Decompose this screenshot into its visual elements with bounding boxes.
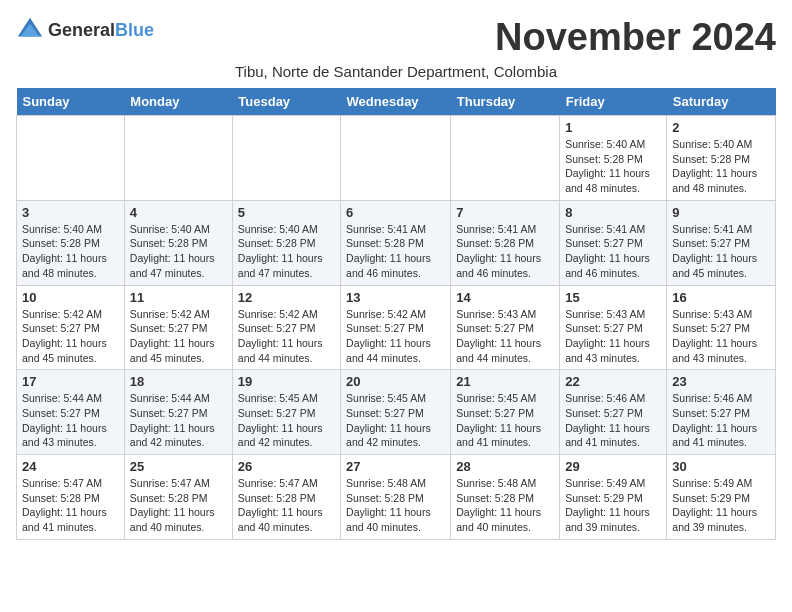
day-detail: Sunrise: 5:49 AM Sunset: 5:29 PM Dayligh…	[672, 476, 770, 535]
calendar-cell: 8Sunrise: 5:41 AM Sunset: 5:27 PM Daylig…	[560, 200, 667, 285]
day-number: 17	[22, 374, 119, 389]
day-detail: Sunrise: 5:42 AM Sunset: 5:27 PM Dayligh…	[130, 307, 227, 366]
calendar-cell: 12Sunrise: 5:42 AM Sunset: 5:27 PM Dayli…	[232, 285, 340, 370]
calendar-cell	[232, 116, 340, 201]
day-number: 7	[456, 205, 554, 220]
day-number: 5	[238, 205, 335, 220]
calendar-week-row: 10Sunrise: 5:42 AM Sunset: 5:27 PM Dayli…	[17, 285, 776, 370]
weekday-header: Monday	[124, 88, 232, 116]
day-detail: Sunrise: 5:42 AM Sunset: 5:27 PM Dayligh…	[346, 307, 445, 366]
calendar-cell: 17Sunrise: 5:44 AM Sunset: 5:27 PM Dayli…	[17, 370, 125, 455]
day-number: 28	[456, 459, 554, 474]
calendar-cell	[451, 116, 560, 201]
calendar-table: SundayMondayTuesdayWednesdayThursdayFrid…	[16, 88, 776, 540]
day-number: 21	[456, 374, 554, 389]
day-detail: Sunrise: 5:42 AM Sunset: 5:27 PM Dayligh…	[22, 307, 119, 366]
calendar-cell: 15Sunrise: 5:43 AM Sunset: 5:27 PM Dayli…	[560, 285, 667, 370]
calendar-week-row: 24Sunrise: 5:47 AM Sunset: 5:28 PM Dayli…	[17, 455, 776, 540]
calendar-week-row: 1Sunrise: 5:40 AM Sunset: 5:28 PM Daylig…	[17, 116, 776, 201]
day-number: 23	[672, 374, 770, 389]
day-detail: Sunrise: 5:41 AM Sunset: 5:28 PM Dayligh…	[346, 222, 445, 281]
calendar-cell: 13Sunrise: 5:42 AM Sunset: 5:27 PM Dayli…	[341, 285, 451, 370]
calendar-cell: 19Sunrise: 5:45 AM Sunset: 5:27 PM Dayli…	[232, 370, 340, 455]
day-detail: Sunrise: 5:40 AM Sunset: 5:28 PM Dayligh…	[130, 222, 227, 281]
calendar-cell: 7Sunrise: 5:41 AM Sunset: 5:28 PM Daylig…	[451, 200, 560, 285]
day-detail: Sunrise: 5:43 AM Sunset: 5:27 PM Dayligh…	[456, 307, 554, 366]
day-number: 20	[346, 374, 445, 389]
calendar-cell: 1Sunrise: 5:40 AM Sunset: 5:28 PM Daylig…	[560, 116, 667, 201]
calendar-cell: 3Sunrise: 5:40 AM Sunset: 5:28 PM Daylig…	[17, 200, 125, 285]
calendar-cell: 20Sunrise: 5:45 AM Sunset: 5:27 PM Dayli…	[341, 370, 451, 455]
day-number: 13	[346, 290, 445, 305]
day-number: 11	[130, 290, 227, 305]
day-detail: Sunrise: 5:44 AM Sunset: 5:27 PM Dayligh…	[130, 391, 227, 450]
calendar-cell	[124, 116, 232, 201]
header: GeneralBlue November 2024	[16, 16, 776, 59]
calendar-cell: 18Sunrise: 5:44 AM Sunset: 5:27 PM Dayli…	[124, 370, 232, 455]
calendar-cell: 14Sunrise: 5:43 AM Sunset: 5:27 PM Dayli…	[451, 285, 560, 370]
logo-icon	[16, 16, 44, 44]
day-detail: Sunrise: 5:48 AM Sunset: 5:28 PM Dayligh…	[346, 476, 445, 535]
day-detail: Sunrise: 5:47 AM Sunset: 5:28 PM Dayligh…	[130, 476, 227, 535]
calendar-body: 1Sunrise: 5:40 AM Sunset: 5:28 PM Daylig…	[17, 116, 776, 540]
day-number: 16	[672, 290, 770, 305]
weekday-header: Friday	[560, 88, 667, 116]
weekday-header: Thursday	[451, 88, 560, 116]
day-number: 26	[238, 459, 335, 474]
calendar-cell: 6Sunrise: 5:41 AM Sunset: 5:28 PM Daylig…	[341, 200, 451, 285]
day-number: 25	[130, 459, 227, 474]
calendar-cell: 27Sunrise: 5:48 AM Sunset: 5:28 PM Dayli…	[341, 455, 451, 540]
day-number: 15	[565, 290, 661, 305]
day-detail: Sunrise: 5:44 AM Sunset: 5:27 PM Dayligh…	[22, 391, 119, 450]
calendar-cell: 22Sunrise: 5:46 AM Sunset: 5:27 PM Dayli…	[560, 370, 667, 455]
calendar-week-row: 3Sunrise: 5:40 AM Sunset: 5:28 PM Daylig…	[17, 200, 776, 285]
day-number: 24	[22, 459, 119, 474]
day-detail: Sunrise: 5:45 AM Sunset: 5:27 PM Dayligh…	[456, 391, 554, 450]
day-detail: Sunrise: 5:48 AM Sunset: 5:28 PM Dayligh…	[456, 476, 554, 535]
calendar-cell: 30Sunrise: 5:49 AM Sunset: 5:29 PM Dayli…	[667, 455, 776, 540]
subtitle: Tibu, Norte de Santander Department, Col…	[16, 63, 776, 80]
day-number: 14	[456, 290, 554, 305]
day-detail: Sunrise: 5:41 AM Sunset: 5:27 PM Dayligh…	[672, 222, 770, 281]
day-number: 3	[22, 205, 119, 220]
calendar-cell: 9Sunrise: 5:41 AM Sunset: 5:27 PM Daylig…	[667, 200, 776, 285]
day-detail: Sunrise: 5:46 AM Sunset: 5:27 PM Dayligh…	[565, 391, 661, 450]
weekday-row: SundayMondayTuesdayWednesdayThursdayFrid…	[17, 88, 776, 116]
day-detail: Sunrise: 5:41 AM Sunset: 5:28 PM Dayligh…	[456, 222, 554, 281]
day-detail: Sunrise: 5:43 AM Sunset: 5:27 PM Dayligh…	[565, 307, 661, 366]
day-detail: Sunrise: 5:42 AM Sunset: 5:27 PM Dayligh…	[238, 307, 335, 366]
calendar-cell: 4Sunrise: 5:40 AM Sunset: 5:28 PM Daylig…	[124, 200, 232, 285]
logo: GeneralBlue	[16, 16, 154, 44]
weekday-header: Sunday	[17, 88, 125, 116]
day-detail: Sunrise: 5:45 AM Sunset: 5:27 PM Dayligh…	[346, 391, 445, 450]
calendar-cell: 21Sunrise: 5:45 AM Sunset: 5:27 PM Dayli…	[451, 370, 560, 455]
day-number: 18	[130, 374, 227, 389]
calendar-header: SundayMondayTuesdayWednesdayThursdayFrid…	[17, 88, 776, 116]
weekday-header: Tuesday	[232, 88, 340, 116]
day-detail: Sunrise: 5:49 AM Sunset: 5:29 PM Dayligh…	[565, 476, 661, 535]
calendar-cell	[17, 116, 125, 201]
weekday-header: Wednesday	[341, 88, 451, 116]
calendar-cell: 23Sunrise: 5:46 AM Sunset: 5:27 PM Dayli…	[667, 370, 776, 455]
calendar-week-row: 17Sunrise: 5:44 AM Sunset: 5:27 PM Dayli…	[17, 370, 776, 455]
day-detail: Sunrise: 5:41 AM Sunset: 5:27 PM Dayligh…	[565, 222, 661, 281]
day-number: 22	[565, 374, 661, 389]
calendar-cell: 11Sunrise: 5:42 AM Sunset: 5:27 PM Dayli…	[124, 285, 232, 370]
calendar-cell: 29Sunrise: 5:49 AM Sunset: 5:29 PM Dayli…	[560, 455, 667, 540]
day-detail: Sunrise: 5:47 AM Sunset: 5:28 PM Dayligh…	[238, 476, 335, 535]
day-number: 6	[346, 205, 445, 220]
day-number: 29	[565, 459, 661, 474]
calendar-cell: 24Sunrise: 5:47 AM Sunset: 5:28 PM Dayli…	[17, 455, 125, 540]
day-detail: Sunrise: 5:40 AM Sunset: 5:28 PM Dayligh…	[672, 137, 770, 196]
day-detail: Sunrise: 5:40 AM Sunset: 5:28 PM Dayligh…	[238, 222, 335, 281]
logo-general: GeneralBlue	[48, 21, 154, 40]
calendar-cell	[341, 116, 451, 201]
day-detail: Sunrise: 5:40 AM Sunset: 5:28 PM Dayligh…	[22, 222, 119, 281]
day-detail: Sunrise: 5:47 AM Sunset: 5:28 PM Dayligh…	[22, 476, 119, 535]
calendar-cell: 26Sunrise: 5:47 AM Sunset: 5:28 PM Dayli…	[232, 455, 340, 540]
calendar-cell: 25Sunrise: 5:47 AM Sunset: 5:28 PM Dayli…	[124, 455, 232, 540]
day-number: 2	[672, 120, 770, 135]
calendar-cell: 2Sunrise: 5:40 AM Sunset: 5:28 PM Daylig…	[667, 116, 776, 201]
calendar-cell: 28Sunrise: 5:48 AM Sunset: 5:28 PM Dayli…	[451, 455, 560, 540]
day-number: 19	[238, 374, 335, 389]
